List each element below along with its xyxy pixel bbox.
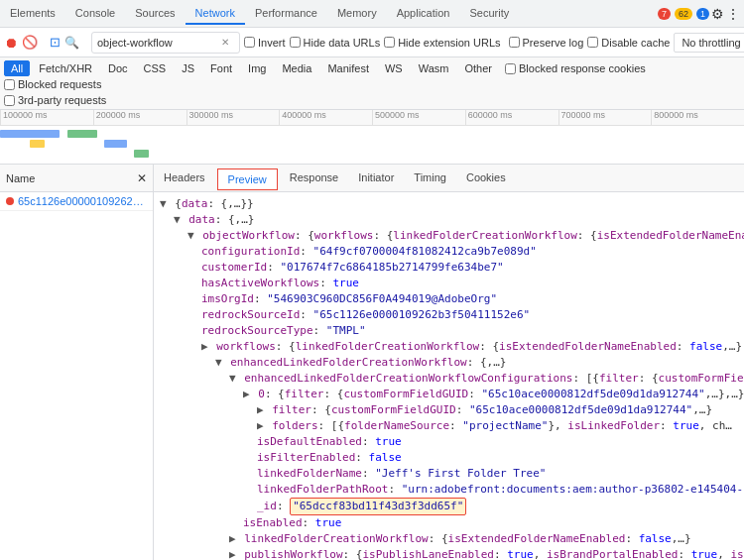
disable-cache-checkbox[interactable] [587, 37, 598, 48]
jline-14: ▶ folders: [{folderNameSource: "projectN… [160, 418, 738, 434]
search-input[interactable] [97, 37, 216, 49]
blocked-requests-checkbox[interactable] [4, 79, 15, 90]
jline-3: configurationId: "64f9cf0700004f81082412… [160, 244, 738, 260]
jline-17: linkedFolderName: "Jeff's First Folder T… [160, 466, 738, 482]
tri-0[interactable]: ▼ [160, 197, 167, 210]
list-item[interactable]: 65c1126e000001092622... [0, 192, 153, 211]
preserve-log-checkbox[interactable] [509, 37, 520, 48]
timeline-bar-1 [0, 130, 60, 138]
filter-icon[interactable]: ⊡ [50, 34, 61, 52]
tri-9[interactable]: ▶ [201, 340, 208, 353]
top-icons: 7 62 1 ⚙ ⋮ [656, 6, 744, 22]
chip-ws[interactable]: WS [378, 60, 410, 76]
jline-10: ▼ enhancedLinkedFolderCreationWorkflow: … [160, 355, 738, 371]
list-item-text: 65c1126e000001092622... [18, 195, 147, 207]
invert-checkbox[interactable] [244, 37, 255, 48]
tab-response[interactable]: Response [280, 168, 349, 189]
more-icon[interactable]: ⋮ [726, 6, 740, 22]
preserve-log-label[interactable]: Preserve log [509, 37, 584, 49]
tab-network[interactable]: Network [186, 3, 245, 25]
blocked-requests-label[interactable]: Blocked requests [4, 78, 101, 90]
jline-7: redrockSourceId: "65c1126e0000109262b3f5… [160, 307, 738, 323]
tab-timing[interactable]: Timing [404, 168, 456, 189]
jline-5: hasActiveWorkflows: true [160, 276, 738, 291]
tab-sources[interactable]: Sources [125, 3, 185, 25]
split-layout: Name ✕ 65c1126e000001092622... Headers P… [0, 165, 744, 560]
network-toolbar: ⏺ 🚫 ⊡ 🔍 ✕ Invert Hide data URLs Hide ext… [0, 28, 744, 57]
tri-14[interactable]: ▶ [257, 419, 264, 432]
tri-11[interactable]: ▼ [229, 372, 236, 385]
settings-icon[interactable]: ⚙ [711, 6, 724, 22]
right-panel: Headers Preview Response Initiator Timin… [154, 165, 744, 560]
tab-memory[interactable]: Memory [327, 3, 387, 25]
jline-0: ▼ {data: {,…}} [160, 196, 738, 212]
chip-js[interactable]: JS [175, 60, 201, 76]
jline-11: ▼ enhancedLinkedFolderCreationWorkflowCo… [160, 371, 738, 387]
json-tree: ▼ {data: {,…}} ▼ data: {,…} ▼ objectWork… [154, 192, 744, 560]
chip-manifest[interactable]: Manifest [320, 60, 376, 76]
tick-2: 200000 ms [93, 110, 186, 125]
throttle-select[interactable]: No throttling [674, 33, 744, 53]
chip-doc[interactable]: Doc [101, 60, 135, 76]
chip-media[interactable]: Media [275, 60, 318, 76]
timeline-bar-4 [134, 150, 149, 158]
tab-application[interactable]: Application [387, 3, 460, 25]
hide-data-urls-label[interactable]: Hide data URLs [290, 37, 381, 49]
tab-headers[interactable]: Headers [154, 168, 215, 189]
search-icon[interactable]: 🔍 [64, 34, 79, 52]
timeline-bar-3 [104, 140, 127, 148]
chip-all[interactable]: All [4, 60, 30, 76]
tab-cookies[interactable]: Cookies [456, 168, 516, 189]
clear-icon[interactable]: 🚫 [22, 34, 38, 52]
record-icon[interactable]: ⏺ [4, 34, 18, 52]
tab-initiator[interactable]: Initiator [348, 168, 404, 189]
blocked-cookies-checkbox[interactable] [505, 63, 516, 74]
tri-21[interactable]: ▶ [229, 532, 236, 545]
hide-ext-urls-label[interactable]: Hide extension URLs [384, 37, 500, 49]
tick-7: 700000 ms [558, 110, 652, 125]
info-badge: 1 [696, 8, 709, 20]
jline-19: _id: "65dccf83bd11f43d3f3dd65f" [160, 498, 738, 515]
tab-performance[interactable]: Performance [245, 3, 327, 25]
tick-8: 800000 ms [651, 110, 744, 125]
hide-ext-urls-checkbox[interactable] [384, 37, 395, 48]
blocked-cookies-label[interactable]: Blocked response cookies [505, 62, 646, 74]
chip-fetch-xhr[interactable]: Fetch/XHR [32, 60, 99, 76]
tri-22[interactable]: ▶ [229, 548, 236, 560]
jline-6: imsOrgId: "546903C960DC856F0A494019@Adob… [160, 291, 738, 307]
tri-1[interactable]: ▼ [174, 213, 181, 226]
jline-22: ▶ publishWorkflow: {isPublishLaneEnabled… [160, 547, 738, 560]
tick-1: 100000 ms [0, 110, 93, 125]
jline-18: linkedFolderPathRoot: "urn:adobefront:do… [160, 482, 738, 498]
disable-cache-label[interactable]: Disable cache [587, 37, 670, 49]
chip-other[interactable]: Other [457, 60, 499, 76]
chip-img[interactable]: Img [241, 60, 273, 76]
filter-bar: All Fetch/XHR Doc CSS JS Font Img Media … [0, 57, 744, 110]
hide-data-urls-checkbox[interactable] [290, 37, 301, 48]
invert-label[interactable]: Invert [244, 37, 286, 49]
tab-console[interactable]: Console [65, 3, 125, 25]
clear-filter-icon[interactable]: ✕ [216, 34, 234, 52]
chip-css[interactable]: CSS [137, 60, 174, 76]
error-dot [6, 197, 14, 205]
devtools-tab-bar: Elements Console Sources Network Perform… [0, 0, 744, 28]
jline-20: isEnabled: true [160, 515, 738, 531]
third-party-label[interactable]: 3rd-party requests [4, 94, 106, 106]
tri-10[interactable]: ▼ [215, 356, 222, 369]
tri-13[interactable]: ▶ [257, 403, 264, 416]
jline-2: ▼ objectWorkflow: {workflows: {linkedFol… [160, 228, 738, 244]
tab-preview[interactable]: Preview [217, 168, 278, 190]
col-header: Name ✕ [0, 165, 153, 192]
error-badge: 7 [658, 8, 671, 20]
tab-security[interactable]: Security [459, 3, 519, 25]
close-panel-icon[interactable]: ✕ [137, 171, 147, 185]
timeline-bar-5 [30, 140, 45, 148]
jline-21: ▶ linkedFolderCreationWorkflow: {isExten… [160, 531, 738, 547]
chip-font[interactable]: Font [203, 60, 239, 76]
chip-wasm[interactable]: Wasm [412, 60, 456, 76]
timeline-area: 100000 ms 200000 ms 300000 ms 400000 ms … [0, 110, 744, 165]
third-party-checkbox[interactable] [4, 95, 15, 106]
tri-12[interactable]: ▶ [243, 388, 250, 400]
tri-2[interactable]: ▼ [187, 229, 194, 242]
tab-elements[interactable]: Elements [0, 3, 65, 25]
